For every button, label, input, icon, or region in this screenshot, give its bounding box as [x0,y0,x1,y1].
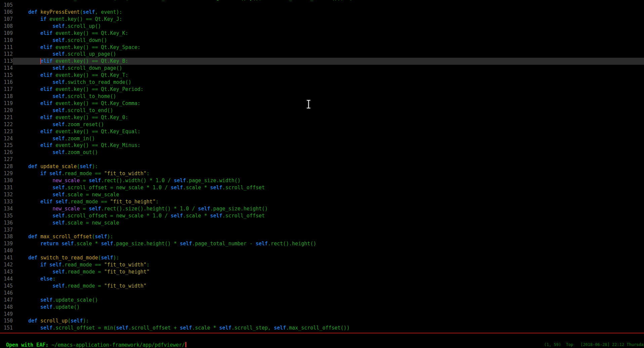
minibuffer-input[interactable]: ~/emacs-application-framework/app/pdfvie… [52,342,185,348]
code-text: elif event.key() == Qt.Key_B: [13,58,644,65]
code-line[interactable]: 133 elif self.read_mode == "fit_to_heigh… [0,198,644,205]
mode-line [0,333,644,334]
code-text: self.switch_to_read_mode() [13,79,644,86]
code-line[interactable]: 119 elif event.key() == Qt.Key_Comma: [0,100,644,107]
line-number: 146 [0,290,13,297]
code-buffer[interactable]: 104 self.scroll_offset = max(min(self.sc… [0,0,644,332]
line-number: 136 [0,219,13,227]
code-line[interactable]: 105 [0,2,644,9]
code-line[interactable]: 132 self.scale = new_scale [0,191,644,198]
code-line[interactable]: 140 [0,247,644,254]
code-text: elif event.key() == Qt.Key_0: [13,114,644,121]
code-line[interactable]: 124 self.zoom_in() [0,135,644,142]
code-line[interactable]: 106 def keyPressEvent(self, event): [0,9,644,16]
code-text: self.update() [13,304,644,311]
code-line[interactable]: 116 self.switch_to_read_mode() [0,79,644,86]
cursor-position-indicator: (1, 59) [544,342,561,347]
line-number: 134 [0,205,13,212]
code-line[interactable]: 136 self.scale = new_scale [0,219,644,227]
line-number: 135 [0,212,13,219]
code-text: def max_scroll_offset(self): [13,233,644,240]
code-line[interactable]: 109 elif event.key() == Qt.Key_K: [0,30,644,37]
code-line[interactable]: 146 [0,290,644,297]
code-text: self.update_scale() [13,297,644,304]
line-number: 143 [0,268,13,276]
line-number: 122 [0,121,13,128]
code-line[interactable]: 130 new_scale = self.rect().width() * 1.… [0,177,644,184]
code-text: self.scroll_offset = new_scale * 1.0 / s… [13,212,644,219]
line-number: 111 [0,44,13,51]
code-line[interactable]: 125 elif event.key() == Qt.Key_Minus: [0,142,644,149]
code-line[interactable]: 128 def update_scale(self): [0,163,644,170]
scroll-position-indicator: Top [566,342,573,347]
code-line[interactable]: 115 elif event.key() == Qt.Key_T: [0,72,644,79]
minibuffer-prompt: Open with EAF: [6,342,51,348]
code-line[interactable]: 139 return self.scale * self.page_size.h… [0,240,644,247]
weekday-indicator: Thursday [627,342,644,347]
line-number: 149 [0,311,13,318]
code-line[interactable]: 137 [0,227,644,234]
code-line[interactable]: 107 if event.key() == Qt.Key_J: [0,16,644,23]
code-text: elif event.key() == Qt.Key_K: [13,30,644,37]
code-text: def update_scale(self): [13,163,644,170]
code-text: elif event.key() == Qt.Key_Space: [13,44,644,51]
status-tray: (1, 59) Top [2018-06-28] 22:12 Thursday [544,341,644,348]
code-line[interactable]: 122 self.zoom_reset() [0,121,644,128]
code-text: if self.read_mode == "fit_to_width": [13,261,644,268]
line-number: 112 [0,51,13,58]
line-number: 128 [0,163,13,170]
code-line[interactable]: 114 self.scroll_down_page() [0,65,644,72]
code-line[interactable]: 151 self.scroll_offset = min(self.scroll… [0,325,644,332]
line-number: 142 [0,261,13,268]
code-line[interactable]: 111 elif event.key() == Qt.Key_Space: [0,44,644,51]
emacs-frame: { "app": { "description": "Emacs dark-th… [0,0,644,348]
code-line[interactable]: 121 elif event.key() == Qt.Key_0: [0,114,644,121]
code-text [13,247,644,254]
line-number: 140 [0,247,13,254]
code-text: self.scroll_down() [13,37,644,44]
code-line[interactable]: 117 elif event.key() == Qt.Key_Period: [0,86,644,93]
line-number: 141 [0,254,13,261]
code-text: def scroll_up(self): [13,317,644,325]
code-text [13,227,644,234]
code-line[interactable]: 135 self.scroll_offset = new_scale * 1.0… [0,212,644,219]
code-text [13,290,644,297]
code-line[interactable]: 134 new_scale = self.rect().size().heigh… [0,205,644,212]
code-line[interactable]: 110 self.scroll_down() [0,37,644,44]
code-text: self.scroll_up_page() [13,51,644,58]
line-number: 137 [0,227,13,234]
code-line[interactable]: 120 self.scroll_to_end() [0,107,644,114]
code-line[interactable]: 143 self.read_mode = "fit_to_height" [0,268,644,276]
code-line[interactable]: 141 def switch_to_read_mode(self): [0,254,644,261]
code-line[interactable]: 142 if self.read_mode == "fit_to_width": [0,261,644,268]
code-text: elif event.key() == Qt.Key_T: [13,72,644,79]
line-number: 131 [0,184,13,191]
code-text: self.scroll_up() [13,23,644,30]
code-text: elif event.key() == Qt.Key_Period: [13,86,644,93]
code-line[interactable]: 148 self.update() [0,304,644,311]
code-line[interactable]: 113 elif event.key() == Qt.Key_B: [0,58,644,65]
code-text: self.zoom_in() [13,135,644,142]
code-line[interactable]: 150 def scroll_up(self): [0,317,644,325]
code-line[interactable]: 149 [0,311,644,318]
code-line[interactable]: 123 elif event.key() == Qt.Key_Equal: [0,128,644,135]
minibuffer[interactable]: Open with EAF: ~/emacs-application-frame… [0,335,644,342]
code-text: else: [13,276,644,283]
code-line[interactable]: 127 [0,156,644,163]
code-text: self.scale = new_scale [13,191,644,198]
code-line[interactable]: 129 if self.read_mode == "fit_to_width": [0,170,644,177]
code-line[interactable]: 108 self.scroll_up() [0,23,644,30]
line-number: 110 [0,37,13,44]
code-text: elif self.read_mode == "fit_to_height": [13,198,644,205]
code-line[interactable]: 112 self.scroll_up_page() [0,51,644,58]
line-number: 109 [0,30,13,37]
code-line[interactable]: 145 self.read_mode = "fit_to_width" [0,283,644,290]
code-line[interactable]: 118 self.scroll_to_home() [0,93,644,100]
code-line[interactable]: 138 def max_scroll_offset(self): [0,233,644,240]
code-line[interactable]: 147 self.update_scale() [0,297,644,304]
code-line[interactable]: 131 self.scroll_offset = new_scale * 1.0… [0,184,644,191]
code-line[interactable]: 126 self.zoom_out() [0,149,644,156]
code-text: self.read_mode = "fit_to_width" [13,283,644,290]
code-text: self.scroll_to_home() [13,93,644,100]
code-line[interactable]: 144 else: [0,276,644,283]
